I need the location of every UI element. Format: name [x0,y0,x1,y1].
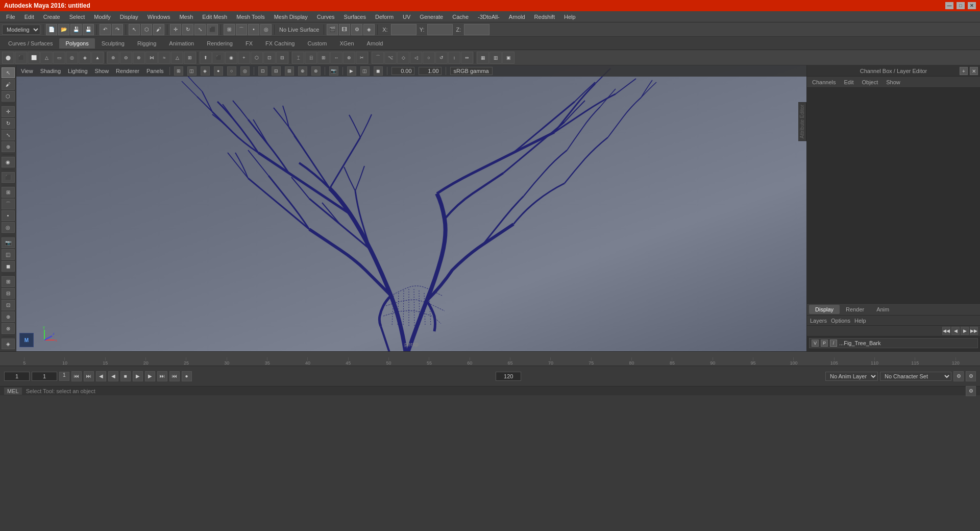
transport-prev-key[interactable]: ⏭ [84,371,94,381]
icon-cylinder[interactable]: ⬜ [28,52,40,64]
icon-bevel[interactable]: ⌥ [384,52,397,64]
move-btn[interactable]: ✛ [2,106,15,117]
workspace-select[interactable]: Modeling [2,25,40,35]
vp-render-btn[interactable]: ▶ [347,66,356,76]
attribute-editor-label[interactable]: Attribute Editor [798,102,806,141]
icon-duplicate-face[interactable]: ⬡ [251,52,263,64]
layer-ctrl-3[interactable]: ▶ [961,327,969,335]
snap-point-btn[interactable]: • [2,210,15,221]
cb-tab-show[interactable]: Show [884,78,902,86]
open-button[interactable]: 📂 [58,24,69,35]
layers-menu[interactable]: Layers [810,318,827,324]
icon-detach[interactable]: ⊟ [276,52,288,64]
icon-fill-hole[interactable]: ◉ [225,52,237,64]
vp-menu-panels[interactable]: Panels [145,68,165,74]
lasso-tool[interactable]: ⬡ [141,24,152,35]
menu-surfaces[interactable]: Surfaces [340,13,370,21]
transport-prev-frame[interactable]: ◀ [96,371,106,381]
render-settings[interactable]: ⚙ [351,24,362,35]
menu-mesh-display[interactable]: Mesh Display [270,13,312,21]
layout-btn-5[interactable]: ⊗ [2,323,15,334]
frame-end-input[interactable] [496,372,521,381]
anim-btn-2[interactable]: ⚙ [966,371,976,381]
icon-triangulate[interactable]: △ [171,52,183,64]
layer-ctrl-1[interactable]: ◀◀ [942,327,950,335]
char-set-select[interactable]: No Character Set [880,372,951,381]
rotate-tool[interactable]: ↻ [182,24,193,35]
icon-spin-edge[interactable]: ↺ [435,52,448,64]
tab-anim[interactable]: Anim [870,305,895,314]
transport-play-fwd[interactable]: ▶ [133,371,143,381]
transform-tool[interactable]: ⬛ [207,24,218,35]
tab-custom[interactable]: Custom [302,38,333,49]
icon-append[interactable]: + [238,52,250,64]
vp-value2[interactable]: 1.00 [419,67,442,75]
menu-generate[interactable]: Generate [415,13,447,21]
menu-windows[interactable]: Windows [143,13,175,21]
vp-menu-lighting[interactable]: Lighting [66,68,89,74]
icon-sphere[interactable]: ⬤ [2,52,14,64]
transport-play-back[interactable]: ◀ [108,371,118,381]
vp-btn-11[interactable]: ⊗ [311,66,321,76]
transport-record[interactable]: ● [182,371,192,381]
status-mode[interactable]: MEL [4,388,22,395]
select-tool[interactable]: ↖ [129,24,140,35]
cb-tab-object[interactable]: Object [860,78,880,86]
vp-menu-view[interactable]: View [19,68,35,74]
menu-uv[interactable]: UV [399,13,414,21]
icon-wedge[interactable]: ◁ [410,52,422,64]
vp-menu-show[interactable]: Show [93,68,111,74]
save-button[interactable]: 💾 [70,24,82,35]
tab-render[interactable]: Render [840,305,870,314]
x-field[interactable] [391,24,416,35]
snap-curve-btn[interactable]: ⌒ [2,199,15,209]
menu-deform[interactable]: Deform [371,13,398,21]
cb-tab-edit[interactable]: Edit [842,78,855,86]
icon-slide-edge[interactable]: ↔ [330,52,342,64]
snap-view[interactable]: ◎ [260,24,272,35]
icon-boolean[interactable]: ⋈ [145,52,158,64]
layer-ctrl-2[interactable]: ◀ [951,327,960,335]
icon-prism[interactable]: ◈ [79,52,91,64]
vp-value1[interactable]: 0.00 [391,67,414,75]
icon-target-weld[interactable]: ⊕ [343,52,355,64]
minimize-button[interactable]: — [945,2,953,9]
timeline[interactable]: 5 10 15 20 25 30 35 40 45 50 55 60 65 70… [0,351,980,366]
cb-tab-channels[interactable]: Channels [810,78,838,86]
universal-btn[interactable]: ⊕ [2,141,15,152]
vp-btn-10[interactable]: ⊕ [298,66,307,76]
soft-select-btn[interactable]: ◉ [2,157,15,167]
transport-stop[interactable]: ■ [120,371,131,381]
vp-btn-7[interactable]: ⊡ [258,66,267,76]
frame-indicator[interactable]: 1 [59,372,69,381]
menu-select[interactable]: Select [65,13,89,21]
icon-uv-planar[interactable]: ▦ [477,52,489,64]
snap-view-btn[interactable]: ◎ [2,222,15,233]
tab-display[interactable]: Display [809,305,840,314]
menu-mesh[interactable]: Mesh [175,13,197,21]
icon-offset-edge[interactable]: ⌸ [305,52,317,64]
layout-btn-3[interactable]: ⊡ [2,300,15,310]
vp-menu-shading[interactable]: Shading [39,68,62,74]
channel-box-expand[interactable]: + [960,67,968,75]
icon-combine[interactable]: ⊕ [107,52,119,64]
vp-gamma-label[interactable]: sRGB gamma [450,67,493,75]
vp-camera-btn[interactable]: 📷 [329,66,338,76]
paint-select[interactable]: 🖌 [153,24,164,35]
layer-vis-btn[interactable]: V [812,340,819,347]
vp-solid-btn[interactable]: ◼ [374,66,383,76]
icon-add-division[interactable]: ⊞ [317,52,330,64]
vp-wireframe-btn[interactable]: ◫ [360,66,370,76]
solid-btn[interactable]: ◼ [2,261,15,272]
render-btn[interactable]: 🎬 [327,24,338,35]
layer-ctrl-4[interactable]: ▶▶ [970,327,978,335]
frame-current-input[interactable] [32,372,57,381]
z-field[interactable] [464,24,489,35]
new-scene-button[interactable]: 📄 [46,24,57,35]
vp-menu-renderer[interactable]: Renderer [114,68,141,74]
menu-curves[interactable]: Curves [313,13,339,21]
menu-edit-mesh[interactable]: Edit Mesh [198,13,231,21]
transport-next-frame[interactable]: ▶ [145,371,155,381]
tab-polygons[interactable]: Polygons [59,38,94,49]
icon-insert-edge[interactable]: ⌶ [292,52,304,64]
